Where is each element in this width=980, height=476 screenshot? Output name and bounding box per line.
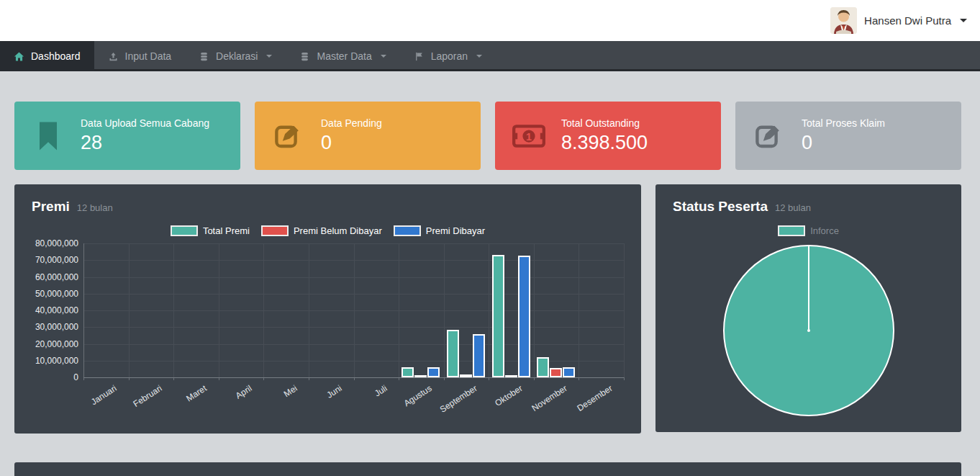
- stat-cards-row: Data Upload Semua Cabang 28 Data Pending…: [14, 102, 961, 170]
- banknote-icon: 1: [512, 124, 545, 148]
- v-gridline: [444, 243, 445, 377]
- database-icon: [299, 51, 310, 62]
- stat-label: Data Pending: [321, 117, 382, 129]
- plot-area: JanuariFebruariMaretAprilMeiJuniJuliAgus…: [83, 243, 624, 377]
- legend-item-premi-belum-dibayar: Premi Belum Dibayar: [261, 225, 382, 236]
- nav-item-dashboard[interactable]: Dashboard: [0, 41, 94, 71]
- svg-text:1: 1: [526, 130, 532, 142]
- panel-title: Status Peserta: [673, 199, 768, 215]
- y-axis-label: 70,000,000: [35, 255, 78, 265]
- stat-value: 0: [321, 133, 382, 154]
- premi-chart-legend: Total PremiPremi Belum DibayarPremi Diba…: [32, 225, 624, 236]
- top-header: Hansen Dwi Putra: [0, 0, 980, 41]
- card-total-proses-klaim: Total Proses Klaim 0: [735, 102, 961, 170]
- legend-item-total-premi: Total Premi: [171, 225, 250, 236]
- nav-item-label: Laporan: [431, 50, 468, 62]
- plafond-panel: Plafond 12 bulan: [14, 462, 961, 476]
- content-area: Data Upload Semua Cabang 28 Data Pending…: [0, 71, 980, 476]
- nav-item-deklarasi[interactable]: Deklarasi: [185, 41, 286, 71]
- stat-value: 0: [802, 133, 885, 154]
- status-peserta-panel: Status Peserta 12 bulan Inforce: [655, 184, 961, 432]
- stat-label: Data Upload Semua Cabang: [81, 117, 209, 129]
- nav-item-laporan[interactable]: Laporan: [400, 41, 496, 71]
- y-axis: 010,000,00020,000,00030,000,00040,000,00…: [32, 243, 83, 377]
- legend-item-premi-dibayar: Premi Dibayar: [394, 225, 485, 236]
- v-gridline: [263, 243, 264, 377]
- y-axis-label: 80,000,000: [35, 238, 78, 248]
- legend-swatch: [171, 225, 198, 236]
- database-icon: [199, 51, 209, 62]
- charts-row: Premi 12 bulan Total PremiPremi Belum Di…: [14, 184, 961, 476]
- v-gridline: [354, 243, 355, 377]
- y-axis-label: 30,000,000: [35, 322, 78, 332]
- nav-item-input-data[interactable]: Input Data: [94, 41, 186, 71]
- caret-down-icon: [960, 19, 967, 22]
- flag-icon: [414, 51, 425, 62]
- x-axis-tick: [624, 377, 625, 380]
- status-pie-chart: [673, 243, 944, 416]
- v-gridline: [219, 243, 219, 377]
- legend-label: Inforce: [810, 225, 839, 236]
- pie-slice-inforce: [723, 245, 894, 416]
- legend-label: Premi Dibayar: [426, 225, 485, 236]
- bar-total-premi: [401, 367, 414, 377]
- y-axis-label: 0: [73, 372, 78, 382]
- panel-subtitle: 12 bulan: [775, 202, 811, 213]
- pie-radius-line: [808, 246, 809, 331]
- user-name: Hansen Dwi Putra: [864, 14, 951, 27]
- x-axis-label: Juni: [325, 383, 344, 400]
- bar-total-premi: [447, 330, 459, 377]
- bar-premi-dibayar: [473, 334, 485, 377]
- x-axis-label: Oktober: [493, 383, 524, 408]
- v-gridline: [489, 243, 489, 377]
- home-icon: [14, 51, 24, 62]
- premi-bar-chart: 010,000,00020,000,00030,000,00040,000,00…: [32, 243, 624, 377]
- upload-icon: [108, 51, 119, 62]
- nav-item-master-data[interactable]: Master Data: [286, 41, 399, 71]
- status-panel-header: Status Peserta 12 bulan: [673, 199, 944, 215]
- x-axis-label: Agustus: [402, 383, 434, 408]
- bar-group-agustus: [401, 367, 440, 377]
- legend-swatch: [261, 225, 289, 236]
- caret-down-icon: [266, 55, 272, 58]
- v-gridline: [579, 243, 579, 377]
- x-axis-label: Januari: [89, 383, 119, 407]
- premi-panel: Premi 12 bulan Total PremiPremi Belum Di…: [14, 184, 641, 434]
- x-axis-label: Mei: [281, 383, 299, 399]
- y-axis-label: 50,000,000: [35, 289, 78, 299]
- panel-subtitle: 12 bulan: [77, 202, 113, 213]
- v-gridline: [399, 243, 399, 377]
- y-axis-label: 40,000,000: [35, 305, 78, 315]
- nav-item-label: Master Data: [317, 50, 371, 62]
- user-avatar: [830, 7, 857, 34]
- card-data-upload: Data Upload Semua Cabang 28: [14, 102, 240, 170]
- user-menu[interactable]: Hansen Dwi Putra: [830, 7, 967, 34]
- bar-group-september: [447, 330, 485, 377]
- x-axis-label: Juli: [373, 383, 389, 399]
- pie-center-dot: [807, 329, 810, 332]
- bookmark-icon: [32, 121, 65, 151]
- bar-premi-dibayar: [427, 367, 440, 377]
- nav-item-label: Dashboard: [31, 50, 81, 62]
- h-gridline: [83, 377, 624, 378]
- legend-swatch: [394, 225, 421, 236]
- legend-label: Premi Belum Dibayar: [294, 225, 382, 236]
- card-total-outstanding: 1 Total Outstanding 8.398.500: [495, 102, 721, 170]
- edit-pencil-icon: [753, 121, 786, 151]
- bar-premi-belum-dibayar: [550, 368, 562, 377]
- v-gridline: [534, 243, 535, 377]
- x-axis-label: Desember: [575, 383, 614, 413]
- stat-value: 8.398.500: [561, 133, 648, 154]
- legend-swatch: [778, 225, 805, 236]
- v-gridline: [129, 243, 130, 377]
- nav-item-label: Input Data: [125, 50, 172, 62]
- bar-group-november: [537, 357, 575, 377]
- bar-group-oktober: [492, 255, 530, 377]
- x-axis-label: November: [530, 383, 569, 413]
- pie-chart-legend: Inforce: [673, 225, 944, 236]
- v-gridline: [83, 243, 84, 377]
- x-axis-label: September: [438, 383, 479, 415]
- stat-label: Total Outstanding: [561, 117, 648, 129]
- bar-premi-dibayar: [518, 256, 530, 377]
- bar-premi-dibayar: [563, 367, 575, 377]
